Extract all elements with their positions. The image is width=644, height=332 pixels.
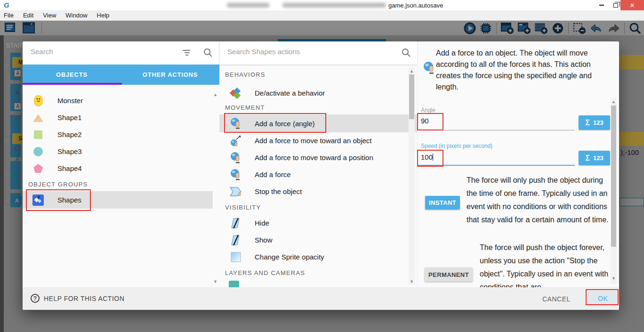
objects-search-input[interactable] xyxy=(31,48,162,56)
tab-objects[interactable]: OBJECTS xyxy=(23,65,121,85)
left-scroll-up-icon[interactable]: ▲ xyxy=(213,92,217,97)
search-icon[interactable] xyxy=(402,48,411,57)
sigma-icon: Σ xyxy=(585,154,590,162)
menu-view[interactable]: View xyxy=(39,12,62,19)
actions-scroll-up-icon[interactable]: ▲ xyxy=(410,69,414,73)
speed-expression-button[interactable]: Σ 123 xyxy=(579,151,610,165)
tab-other-actions-label: OTHER ACTIONS xyxy=(143,71,198,78)
filter-icon[interactable] xyxy=(183,50,191,56)
stop-object-icon xyxy=(229,186,243,197)
active-tab-indicator xyxy=(23,83,122,85)
menu-bar: File Edit View Window Help xyxy=(0,10,644,21)
action-row-show[interactable]: Show xyxy=(219,231,417,249)
object-row-shape1[interactable]: Shape1 xyxy=(23,109,219,126)
help-icon: ? xyxy=(31,294,40,303)
digits-label: 123 xyxy=(593,119,604,126)
instant-description: The force will only push the object duri… xyxy=(467,174,610,227)
restore-icon xyxy=(613,3,618,8)
object-row-shape4[interactable]: Shape4 xyxy=(23,160,219,177)
object-row-monster[interactable]: Monster xyxy=(23,92,219,109)
action-label: De/activate a behavior xyxy=(255,89,325,97)
action-row-force[interactable]: Add a force xyxy=(219,166,417,183)
sigma-icon: Σ xyxy=(585,119,590,127)
instant-button[interactable]: INSTANT xyxy=(425,196,460,210)
params-scroll-thumb[interactable] xyxy=(611,105,616,247)
action-row-opacity[interactable]: Change Sprite opacity xyxy=(219,248,417,266)
help-label: HELP FOR THIS ACTION xyxy=(44,295,124,302)
annotation-box-force-angle-action xyxy=(224,113,326,133)
params-panel: Add a force to an object. The object wil… xyxy=(417,41,619,287)
permanent-description: The force will push the object forever, … xyxy=(480,241,611,294)
action-label: Hide xyxy=(255,219,269,227)
permanent-button[interactable]: PERMANENT xyxy=(425,267,473,282)
minimize-button[interactable] xyxy=(595,0,609,10)
angle-label: Angle xyxy=(421,107,435,113)
left-panel-tabs: OBJECTS OTHER ACTIONS xyxy=(23,65,219,85)
redacted-title-segment xyxy=(227,3,269,8)
show-icon xyxy=(229,235,243,246)
circle-object-icon xyxy=(32,146,44,157)
actions-search-bar xyxy=(219,41,417,65)
force-angle-icon xyxy=(423,61,436,74)
action-row-hide[interactable]: Hide xyxy=(219,214,417,232)
force-toward-object-icon xyxy=(229,135,243,147)
annotation-box-speed-value xyxy=(417,150,443,167)
menu-edit[interactable]: Edit xyxy=(19,12,39,19)
search-icon[interactable] xyxy=(203,48,213,57)
annotation-box-shapes-group xyxy=(26,189,91,211)
action-label: Show xyxy=(255,236,273,244)
pentagon-object-icon xyxy=(32,163,44,173)
monster-object-icon xyxy=(32,95,44,106)
action-label: Add a force xyxy=(255,170,291,178)
action-description: Add a force to an object. The object wil… xyxy=(436,48,609,93)
cancel-button[interactable]: CANCEL xyxy=(542,295,571,303)
actions-search-input[interactable] xyxy=(227,48,378,56)
action-label: Change Sprite opacity xyxy=(255,253,324,261)
section-layers-cameras: LAYERS AND CAMERAS xyxy=(225,269,305,276)
angle-expression-button[interactable]: Σ 123 xyxy=(579,115,610,130)
action-label: Add a force to move toward a position xyxy=(255,154,373,162)
left-scroll-down-icon[interactable]: ▼ xyxy=(213,279,217,284)
action-editor-dialog: OBJECTS OTHER ACTIONS Monster Shape1 Sha… xyxy=(23,41,619,310)
digits-label: 123 xyxy=(593,154,604,162)
actions-scroll-thumb[interactable] xyxy=(409,74,414,119)
object-label: Shape3 xyxy=(57,147,82,155)
action-row-force-position[interactable]: Add a force to move toward a position xyxy=(219,149,417,166)
action-label: Stop the object xyxy=(255,187,302,195)
menu-window[interactable]: Window xyxy=(62,12,93,19)
object-row-shape3[interactable]: Shape3 xyxy=(23,143,219,160)
object-row-shape2[interactable]: Shape2 xyxy=(23,126,219,143)
action-row-force-object[interactable]: Add a force to move toward an object xyxy=(219,132,417,149)
section-visibility: VISIBILITY xyxy=(225,204,261,211)
params-scroll-up-icon[interactable]: ▲ xyxy=(612,99,616,104)
hide-icon xyxy=(229,218,243,229)
window-title: game.json.autosave xyxy=(388,2,443,9)
menu-help[interactable]: Help xyxy=(93,12,115,19)
square-object-icon xyxy=(32,130,44,139)
instant-label: INSTANT xyxy=(429,199,456,206)
params-scroll-down-icon[interactable]: ▼ xyxy=(612,276,616,281)
close-button[interactable]: ✕ xyxy=(620,0,644,10)
sprite-opacity-icon xyxy=(229,252,243,262)
action-row-stop[interactable]: Stop the object xyxy=(219,183,417,200)
objects-search-bar xyxy=(23,41,219,65)
dialog-footer: ? HELP FOR THIS ACTION CANCEL OK xyxy=(23,287,619,310)
object-groups-header: OBJECT GROUPS xyxy=(28,181,88,188)
force-icon xyxy=(229,169,243,181)
close-icon: ✕ xyxy=(630,2,635,9)
action-row-behavior[interactable]: De/activate a behavior xyxy=(219,84,417,102)
annotation-box-angle-value xyxy=(417,113,443,130)
object-label: Shape1 xyxy=(57,113,82,121)
help-link[interactable]: ? HELP FOR THIS ACTION xyxy=(31,294,124,303)
action-label: Add a force to move toward an object xyxy=(255,137,371,145)
object-label: Shape2 xyxy=(57,130,82,138)
triangle-object-icon xyxy=(32,113,44,122)
actions-scroll-down-icon[interactable]: ▼ xyxy=(410,279,414,284)
minimize-icon xyxy=(599,5,604,6)
permanent-label: PERMANENT xyxy=(428,271,469,278)
tab-other-actions[interactable]: OTHER ACTIONS xyxy=(121,65,219,85)
redacted-title-segment xyxy=(282,3,386,8)
section-behaviors: BEHAVIORS xyxy=(225,71,266,78)
menu-file[interactable]: File xyxy=(0,12,19,19)
behavior-icon xyxy=(229,88,243,99)
